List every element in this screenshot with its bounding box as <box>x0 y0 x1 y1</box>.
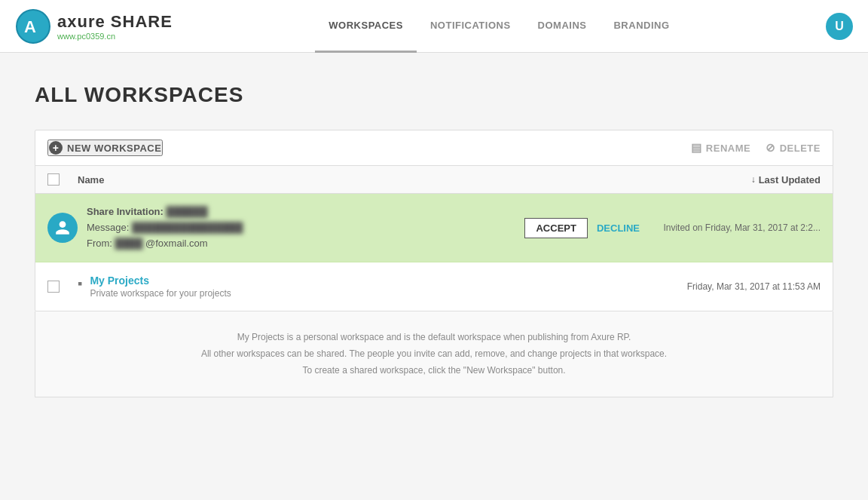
toolbar-right: ▤ RENAME ⊘ DELETE <box>691 141 821 155</box>
invitation-message: ████████████████ <box>132 220 243 236</box>
project-checkbox[interactable] <box>47 281 60 293</box>
from-label: From: <box>87 238 112 249</box>
invitation-share-line: Share Invitation: ██████ <box>87 204 524 220</box>
tab-domains[interactable]: DOMAINS <box>524 0 601 53</box>
user-area: U <box>826 13 853 40</box>
col-updated-header[interactable]: ↓ Last Updated <box>655 174 821 186</box>
plus-icon: + <box>49 141 63 155</box>
project-description: Private workspace for your projects <box>90 288 231 299</box>
project-name[interactable]: My Projects <box>90 275 231 287</box>
footer-info: My Projects is a personal workspace and … <box>35 311 833 397</box>
share-invitation-label: Share Invitation: <box>87 206 164 217</box>
tab-branding[interactable]: BRANDING <box>600 0 683 53</box>
delete-label: DELETE <box>780 143 821 154</box>
rename-button[interactable]: ▤ RENAME <box>691 141 750 155</box>
invitation-actions: ACCEPT DECLINE <box>524 218 640 238</box>
invitation-message-line: Message: ████████████████ <box>87 220 524 236</box>
svg-text:A: A <box>24 17 36 36</box>
project-row: ▪ My Projects Private workspace for your… <box>35 262 833 311</box>
logo-title: axure SHARE <box>57 12 173 32</box>
tab-notifications[interactable]: NOTIFICATIONS <box>417 0 524 53</box>
nav-tabs: WORKSPACES NOTIFICATIONS DOMAINS BRANDIN… <box>315 0 683 52</box>
select-all-checkbox[interactable] <box>47 173 60 186</box>
sort-arrow: ↓ <box>751 174 756 185</box>
rename-label: RENAME <box>706 143 750 154</box>
invitation-email-domain: @foxmail.com <box>145 238 208 249</box>
toolbar: + NEW WORKSPACE ▤ RENAME ⊘ DELETE <box>35 130 833 166</box>
logo-text: axure SHARE www.pc0359.cn <box>57 12 173 41</box>
footer-line3: To create a shared workspace, click the … <box>50 363 818 379</box>
project-details: My Projects Private workspace for your p… <box>90 275 231 299</box>
page-content: ALL WORKSPACES + NEW WORKSPACE ▤ RENAME … <box>20 53 848 428</box>
header: A axure SHARE www.pc0359.cn WORKSPACES N… <box>0 0 868 53</box>
table-header: Name ↓ Last Updated <box>35 166 833 194</box>
invitation-name: ██████ <box>166 204 207 220</box>
footer-line1: My Projects is a personal workspace and … <box>50 330 818 346</box>
project-date: Friday, Mar 31, 2017 at 11:53 AM <box>655 281 821 292</box>
footer-line2: All other workspaces can be shared. The … <box>50 346 818 363</box>
invitation-from-email: ████ <box>115 236 143 252</box>
invitation-row: Share Invitation: ██████ Message: ██████… <box>35 194 833 262</box>
col-updated-label: Last Updated <box>759 174 821 186</box>
new-workspace-label: NEW WORKSPACE <box>67 143 161 154</box>
page-title: ALL WORKSPACES <box>35 83 833 107</box>
col-name-header: Name <box>78 174 655 186</box>
invitation-from-line: From: ████ @foxmail.com <box>87 236 524 252</box>
logo-url: www.pc0359.cn <box>57 32 173 41</box>
delete-icon: ⊘ <box>766 141 776 155</box>
delete-button[interactable]: ⊘ DELETE <box>766 141 821 155</box>
new-workspace-button[interactable]: + NEW WORKSPACE <box>47 140 163 156</box>
tab-workspaces[interactable]: WORKSPACES <box>315 0 417 53</box>
accept-button[interactable]: ACCEPT <box>524 218 587 238</box>
decline-button[interactable]: DECLINE <box>597 222 640 234</box>
logo-area: A axure SHARE www.pc0359.cn <box>15 8 173 44</box>
header-checkbox-area <box>47 173 78 186</box>
logo-icon: A <box>15 8 51 44</box>
invitation-date: Invited on Friday, Mar 31, 2017 at 2:2..… <box>655 222 821 233</box>
message-label: Message: <box>87 222 129 233</box>
user-avatar[interactable]: U <box>826 13 853 40</box>
invitation-info: Share Invitation: ██████ Message: ██████… <box>87 204 524 251</box>
rename-icon: ▤ <box>691 141 702 155</box>
toolbar-left: + NEW WORKSPACE <box>47 140 163 156</box>
workspace-container: + NEW WORKSPACE ▤ RENAME ⊘ DELETE Name <box>35 130 833 311</box>
invitation-avatar <box>47 213 78 243</box>
project-checkbox-area <box>47 281 78 293</box>
folder-icon: ▪ <box>78 276 82 292</box>
project-info: ▪ My Projects Private workspace for your… <box>78 275 655 299</box>
user-icon <box>54 219 71 236</box>
